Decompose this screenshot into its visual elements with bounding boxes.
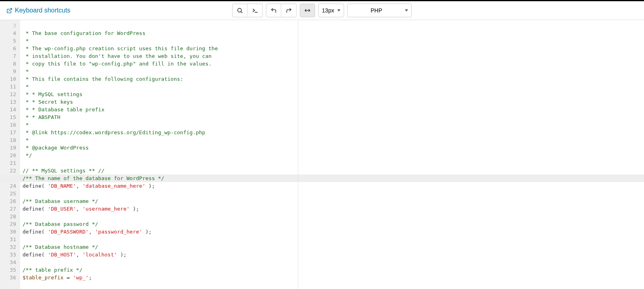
code-line[interactable]: * The wp-config.php creation script uses…: [23, 45, 644, 52]
line-number: 32: [0, 243, 16, 251]
terminal-icon: [252, 7, 258, 14]
print-margin: [298, 20, 298, 289]
code-line[interactable]: [23, 190, 644, 197]
line-number: 7: [0, 52, 16, 60]
code-line[interactable]: define( 'DB_USER', 'username_here' );: [23, 205, 644, 213]
code-line[interactable]: *: [23, 68, 644, 75]
line-number: 30: [0, 228, 16, 236]
line-number: 33: [0, 251, 16, 258]
code-line[interactable]: * * MySQL settings: [23, 90, 644, 98]
code-line[interactable]: *: [23, 37, 644, 45]
code-line[interactable]: [23, 22, 644, 29]
code-editor[interactable]: 3456789101112131415161718192021222324252…: [0, 20, 644, 289]
line-number: 31: [0, 236, 16, 243]
code-line[interactable]: [23, 258, 644, 266]
line-number: 20: [0, 152, 16, 159]
search-icon: [237, 7, 243, 14]
line-number: 24: [0, 182, 16, 190]
line-number: 15: [0, 113, 16, 121]
line-number: 28: [0, 213, 16, 220]
code-line[interactable]: /** Database username */: [23, 197, 644, 205]
code-line[interactable]: * installation. You don't have to use th…: [23, 52, 644, 60]
line-number: 36: [0, 274, 16, 281]
redo-icon: [285, 7, 292, 14]
undo-button[interactable]: [266, 4, 281, 17]
terminal-button[interactable]: [248, 4, 263, 17]
line-number: 4: [0, 29, 16, 37]
line-number: 21: [0, 159, 16, 167]
line-number: 6: [0, 45, 16, 52]
code-line[interactable]: *: [23, 136, 644, 144]
code-line[interactable]: /** table prefix */: [23, 266, 644, 274]
toolbar: Keyboard shortcuts 13px PHP: [0, 0, 644, 20]
code-line[interactable]: *: [23, 121, 644, 129]
svg-line-0: [9, 8, 12, 11]
code-line[interactable]: * The base configuration for WordPress: [23, 29, 644, 37]
code-line[interactable]: * copy this file to "wp-config.php" and …: [23, 60, 644, 68]
search-button[interactable]: [232, 4, 248, 17]
redo-button[interactable]: [281, 4, 297, 17]
toolbar-center: 13px PHP: [232, 4, 412, 17]
code-line[interactable]: [23, 236, 644, 243]
line-number: 14: [0, 106, 16, 113]
line-number: 5: [0, 37, 16, 45]
wrap-toggle-button[interactable]: [300, 4, 315, 17]
line-number: 29: [0, 220, 16, 228]
code-line[interactable]: * * Database table prefix: [23, 106, 644, 113]
code-line[interactable]: $table_prefix = 'wp_';: [23, 274, 644, 281]
search-terminal-group: [232, 4, 263, 17]
undo-icon: [270, 7, 277, 14]
line-number: 25: [0, 190, 16, 197]
keyboard-shortcuts-link[interactable]: Keyboard shortcuts: [6, 7, 70, 14]
line-number: 22: [0, 167, 16, 174]
external-link-icon: [6, 8, 12, 14]
language-value: PHP: [371, 7, 382, 14]
font-size-select[interactable]: 13px: [318, 4, 344, 17]
undo-redo-group: [266, 4, 297, 17]
code-line[interactable]: define( 'DB_HOST', 'localhost' );: [23, 251, 644, 258]
code-content[interactable]: * The base configuration for WordPress *…: [20, 20, 644, 289]
line-number: 10: [0, 75, 16, 83]
code-line[interactable]: /** Database hostname */: [23, 243, 644, 251]
line-number: 27: [0, 205, 16, 213]
code-line[interactable]: // ** MySQL settings ** //: [23, 167, 644, 174]
line-number: 3: [0, 22, 16, 29]
svg-line-2: [241, 12, 242, 13]
code-line[interactable]: define( 'DB_PASSWORD', 'password_here' )…: [23, 228, 644, 236]
code-line[interactable]: /** Database password */: [23, 220, 644, 228]
code-line[interactable]: * @link https://codex.wordpress.org/Edit…: [23, 129, 644, 136]
code-line[interactable]: */: [23, 152, 644, 159]
code-line[interactable]: /** The name of the database for WordPre…: [23, 174, 644, 182]
line-number: 17: [0, 129, 16, 136]
wrap-icon: [304, 7, 311, 14]
keyboard-shortcuts-label: Keyboard shortcuts: [15, 7, 70, 14]
line-number: 11: [0, 83, 16, 90]
line-number: 13: [0, 98, 16, 106]
code-line[interactable]: * This file contains the following confi…: [23, 75, 644, 83]
code-line[interactable]: define( 'DB_NAME', 'database_name_here' …: [23, 182, 644, 190]
code-line[interactable]: [23, 159, 644, 167]
line-number-gutter: 3456789101112131415161718192021222324252…: [0, 20, 20, 289]
line-number: 18: [0, 136, 16, 144]
code-line[interactable]: [23, 213, 644, 220]
line-number: 9: [0, 68, 16, 75]
code-line[interactable]: * * ABSPATH: [23, 113, 644, 121]
line-number: 12: [0, 90, 16, 98]
font-size-value: 13px: [322, 7, 334, 14]
line-number: 26: [0, 197, 16, 205]
language-select[interactable]: PHP: [347, 4, 412, 17]
line-number: 35: [0, 266, 16, 274]
line-number: 16: [0, 121, 16, 129]
line-number: 8: [0, 60, 16, 68]
line-number: 19: [0, 144, 16, 152]
code-line[interactable]: *: [23, 83, 644, 90]
line-number: 34: [0, 258, 16, 266]
code-line[interactable]: * * Secret keys: [23, 98, 644, 106]
code-line[interactable]: * @package WordPress: [23, 144, 644, 152]
